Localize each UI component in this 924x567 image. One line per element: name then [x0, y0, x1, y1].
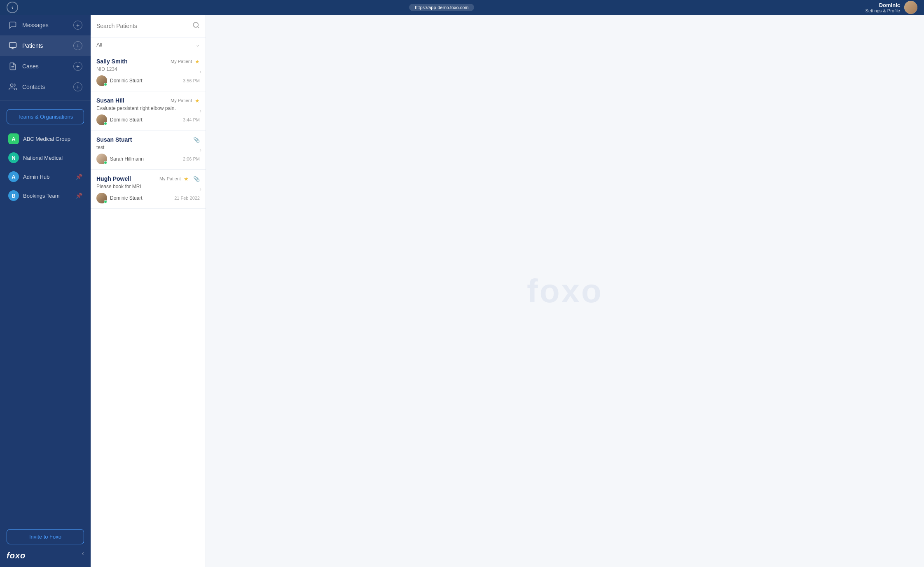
patients-add-button[interactable]: + [73, 41, 82, 50]
abc-medical-icon: A [8, 133, 19, 144]
back-button[interactable]: ‹ [7, 2, 18, 13]
sidebar-item-abc-medical[interactable]: A ABC Medical Group [0, 129, 91, 148]
hugh-preview: Please book for MRI [96, 184, 200, 189]
contacts-label: Contacts [22, 84, 45, 90]
sally-nid: NID 1234 [96, 66, 200, 72]
sally-header: Sally Smith My Patient ★ [96, 58, 200, 65]
sally-star-icon: ★ [195, 58, 200, 65]
nav-divider [0, 100, 91, 101]
sally-name: Sally Smith [96, 58, 127, 65]
hugh-chevron-icon: › [199, 186, 201, 192]
susan-hill-badge: My Patient ★ [171, 98, 200, 104]
susan-hill-doctor: Dominic Stuart [96, 114, 143, 125]
hugh-star-icon: ★ [184, 176, 189, 182]
sally-badge: My Patient ★ [171, 58, 200, 65]
sidebar-item-cases[interactable]: Cases + [0, 56, 91, 77]
sidebar-item-national-medical[interactable]: N National Medical [0, 148, 91, 167]
user-info: Dominic Settings & Profile [866, 2, 900, 13]
search-bar [91, 15, 206, 37]
susan-stuart-chevron-icon: › [199, 147, 201, 153]
sally-doctor: Dominic Stuart [96, 75, 143, 86]
hugh-doctor: Dominic Stuart [96, 193, 143, 203]
cases-add-button[interactable]: + [73, 62, 82, 71]
hugh-badge: My Patient ★ 📎 [159, 176, 200, 182]
avatar[interactable] [904, 1, 917, 14]
susan-hill-footer: Dominic Stuart 3:44 PM [96, 114, 200, 125]
susan-hill-preview: Evaluate persistent right elbow pain. [96, 105, 200, 111]
susan-stuart-doctor: Sarah Hillmann [96, 154, 144, 164]
url-display: https://app-demo.foxo.com [409, 4, 474, 11]
top-bar: ‹ https://app-demo.foxo.com Dominic Sett… [0, 0, 924, 15]
teams-organisations-button[interactable]: Teams & Organisations [7, 109, 84, 124]
filter-label: All [96, 42, 102, 48]
contacts-icon [8, 82, 17, 91]
search-icon [192, 21, 200, 30]
patient-card-hugh[interactable]: Hugh Powell My Patient ★ 📎 Please book f… [91, 170, 206, 209]
bookings-team-label: Bookings Team [23, 193, 60, 199]
messages-label: Messages [22, 22, 49, 28]
patient-panel: All ⌄ Sally Smith My Patient ★ NID 1234 [91, 15, 206, 567]
bookings-team-icon: B [8, 190, 19, 201]
susan-stuart-time: 2:06 PM [183, 156, 200, 161]
messages-add-button[interactable]: + [73, 21, 82, 30]
susan-hill-star-icon: ★ [195, 98, 200, 104]
foxo-logo: foxo [7, 551, 26, 560]
sidebar-item-messages[interactable]: Messages + [0, 15, 91, 35]
user-name: Dominic [866, 2, 900, 8]
sidebar-collapse-button[interactable]: ‹ [82, 550, 84, 557]
national-medical-label: National Medical [23, 155, 63, 161]
admin-hub-pin-icon: 📌 [75, 173, 82, 180]
patients-label: Patients [22, 42, 43, 49]
national-medical-icon: N [8, 152, 19, 163]
susan-stuart-name: Susan Stuart [96, 136, 132, 143]
user-area: Dominic Settings & Profile [866, 1, 917, 14]
patient-card-susan-stuart[interactable]: Susan Stuart 📎 test Sarah Hillmann 2:06 … [91, 131, 206, 170]
abc-medical-label: ABC Medical Group [23, 136, 70, 142]
hugh-clip-icon: 📎 [193, 176, 200, 182]
susan-stuart-preview: test [96, 145, 200, 150]
foxo-watermark: foxo [527, 272, 603, 310]
susan-stuart-header: Susan Stuart 📎 [96, 136, 200, 143]
sidebar-item-admin-hub[interactable]: A Admin Hub 📌 [0, 167, 91, 186]
sally-time: 3:56 PM [183, 78, 200, 83]
susan-hill-doc-avatar [96, 114, 107, 125]
contacts-add-button[interactable]: + [73, 82, 82, 91]
cases-label: Cases [22, 63, 39, 70]
sally-online-dot [104, 83, 107, 86]
susan-hill-time: 3:44 PM [183, 117, 200, 122]
susan-hill-name: Susan Hill [96, 97, 124, 104]
susan-stuart-doc-avatar [96, 154, 107, 164]
patient-card-susan-hill[interactable]: Susan Hill My Patient ★ Evaluate persist… [91, 91, 206, 131]
sally-doc-name: Dominic Stuart [110, 78, 143, 84]
hugh-time: 21 Feb 2022 [174, 196, 200, 201]
patient-card-sally[interactable]: Sally Smith My Patient ★ NID 1234 Domini… [91, 52, 206, 91]
sally-footer: Dominic Stuart 3:56 PM [96, 75, 200, 86]
invite-foxo-button[interactable]: Invite to Foxo [7, 529, 84, 544]
filter-chevron-icon: ⌄ [196, 42, 200, 48]
susan-stuart-footer: Sarah Hillmann 2:06 PM [96, 154, 200, 164]
hugh-footer: Dominic Stuart 21 Feb 2022 [96, 193, 200, 203]
main-content: foxo [206, 15, 924, 567]
sidebar-bottom: Invite to Foxo foxo ‹ [0, 523, 91, 567]
patient-list: Sally Smith My Patient ★ NID 1234 Domini… [91, 52, 206, 567]
sidebar-item-bookings-team[interactable]: B Bookings Team 📌 [0, 186, 91, 205]
sidebar-item-patients[interactable]: Patients + [0, 35, 91, 56]
admin-hub-icon: A [8, 171, 19, 182]
susan-stuart-online-dot [104, 161, 107, 164]
patients-icon [8, 41, 17, 50]
susan-hill-doc-name: Dominic Stuart [110, 117, 143, 123]
admin-hub-label: Admin Hub [23, 174, 49, 180]
filter-bar[interactable]: All ⌄ [91, 37, 206, 52]
hugh-doc-avatar [96, 193, 107, 203]
susan-stuart-doc-name: Sarah Hillmann [110, 156, 144, 162]
sidebar-item-contacts[interactable]: Contacts + [0, 77, 91, 97]
hugh-doc-name: Dominic Stuart [110, 195, 143, 201]
susan-stuart-badge: 📎 [193, 137, 200, 143]
svg-point-4 [193, 22, 198, 27]
susan-stuart-clip-icon: 📎 [193, 137, 200, 143]
sidebar: Messages + Patients + Cases + Contacts + [0, 15, 91, 567]
search-input[interactable] [96, 23, 189, 29]
user-subtitle[interactable]: Settings & Profile [866, 8, 900, 13]
svg-rect-0 [9, 43, 16, 48]
messages-icon [8, 21, 17, 30]
